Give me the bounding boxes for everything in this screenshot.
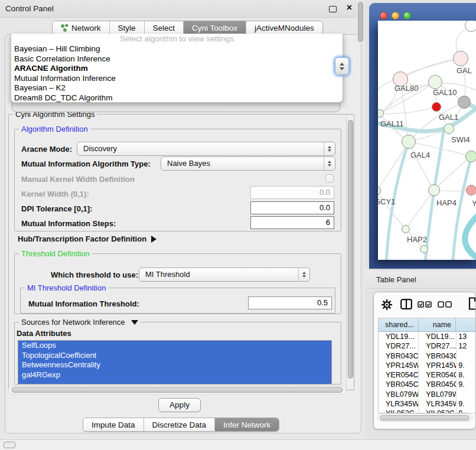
- attributes-scrollbar[interactable]: [357, 1, 364, 44]
- table-row[interactable]: YDL19...YDL19...13: [379, 332, 476, 341]
- network-node-gal[interactable]: [453, 51, 468, 66]
- network-node[interactable]: [420, 245, 428, 253]
- column-header-shared[interactable]: shared...: [379, 318, 419, 331]
- network-canvas[interactable]: GALGAL80GAL10GAL1GAL11SWI4GAL4GCY1HAP4YH…: [378, 21, 476, 260]
- network-node-gal10[interactable]: [428, 75, 442, 89]
- table-panel-header: Table Panel: [365, 270, 476, 289]
- settings-hscrollbar-thumb[interactable]: [11, 387, 343, 393]
- table-row[interactable]: YIL052CYIL052C0.: [379, 409, 476, 413]
- expand-right-icon: [151, 236, 157, 243]
- network-node-hap2[interactable]: [402, 225, 410, 233]
- network-node[interactable]: [458, 96, 471, 109]
- network-node-y[interactable]: [466, 185, 476, 195]
- mi-threshold-field[interactable]: 0.5: [248, 296, 332, 309]
- table-body: YDL19...YDL19...13YDR27...YDR27...12YBR0…: [379, 332, 476, 413]
- algorithm-item-bayesian-k2[interactable]: Bayesian – K2: [11, 83, 343, 93]
- table-panel-title: Table Panel: [376, 275, 416, 284]
- table-cell: 8.: [457, 370, 476, 380]
- table-row[interactable]: YBR043CYBR043C: [379, 351, 476, 361]
- hub-definition-expander[interactable]: Hub/Transcription Factor Definition: [18, 234, 157, 243]
- settings-vertical-scrollbar[interactable]: [346, 116, 354, 389]
- network-node-gal4[interactable]: [402, 135, 416, 149]
- combo-stepper-icon: [298, 268, 309, 281]
- algorithm-item-mutual-information-inference[interactable]: Mutual Information Inference: [11, 74, 343, 84]
- network-node[interactable]: [465, 21, 476, 32]
- tab-cyni-toolbox[interactable]: Cyni Toolbox: [184, 21, 246, 34]
- table-cell: YER054C: [379, 370, 419, 380]
- manual-kernel-width-checkbox[interactable]: [325, 174, 334, 182]
- split-pane-icon[interactable]: [400, 299, 412, 309]
- table-cell: YPR145W: [379, 361, 419, 370]
- bottom-tab-impute-data[interactable]: Impute Data: [83, 418, 144, 431]
- sources-collapse-header[interactable]: Sources for Network Inference: [19, 318, 141, 327]
- table-cell: YDR27...: [379, 341, 419, 351]
- mac-minimize-icon[interactable]: [392, 12, 399, 19]
- network-node-gal1[interactable]: [444, 123, 454, 134]
- attributes-scrollbar-thumb[interactable]: [358, 2, 363, 42]
- table-row[interactable]: YLR345WYLR345W9.: [379, 399, 476, 409]
- tab-style[interactable]: Style: [110, 21, 145, 34]
- attribute-item-topologicalcoefficient[interactable]: TopologicalCoefficient: [18, 351, 331, 361]
- kernel-width-field[interactable]: 0.0: [250, 186, 334, 199]
- algorithm-definition-title: Algorithm Definition: [19, 125, 90, 133]
- network-node[interactable]: [465, 151, 476, 162]
- tab-select[interactable]: Select: [145, 21, 184, 34]
- float-panel-icon[interactable]: [329, 6, 337, 12]
- checked-boxes-icon[interactable]: [418, 301, 432, 308]
- bottom-tab-infer-network[interactable]: Infer Network: [215, 418, 279, 431]
- tab-network[interactable]: Network: [53, 21, 110, 34]
- node-table[interactable]: shared...name YDL19...YDL19...13YDR27...…: [378, 318, 476, 413]
- table-hscrollbar-thumb[interactable]: [380, 415, 470, 420]
- which-threshold-value: MI Threshold: [145, 270, 190, 279]
- control-panel-bottom-tabbar: Impute DataDiscretize DataInfer Network: [83, 418, 279, 432]
- settings-horizontal-scrollbar[interactable]: [8, 385, 346, 394]
- table-row[interactable]: YPR145WYPR145W9.: [379, 361, 476, 370]
- algorithm-item-dream8-dc-tdc-algorithm[interactable]: Dream8 DC_TDC Algorithm: [11, 93, 343, 103]
- algorithm-item-bayesian-hill-climbing[interactable]: Bayesian – Hill Climbing: [11, 44, 343, 54]
- table-cell: YBR043C: [419, 351, 457, 361]
- close-icon[interactable]: ×: [347, 2, 352, 13]
- which-threshold-select[interactable]: MI Threshold: [139, 268, 310, 282]
- attribute-item-selfloops[interactable]: SelfLoops: [18, 341, 331, 351]
- gear-icon[interactable]: [381, 299, 393, 311]
- bottom-tab-discretize-data[interactable]: Discretize Data: [144, 418, 216, 431]
- mac-close-icon[interactable]: [380, 12, 387, 19]
- table-row[interactable]: YBL079WYBL079W: [379, 390, 476, 399]
- data-attributes-list[interactable]: SelfLoopsTopologicalCoefficientBetweenne…: [18, 340, 332, 384]
- mi-steps-field[interactable]: 6: [250, 216, 334, 229]
- algorithm-placeholder: Select algorithm to view settings: [11, 34, 343, 44]
- control-panel-titlebar: Control Panel ×: [0, 0, 365, 18]
- network-node-hap4[interactable]: [428, 184, 440, 196]
- tab-jactivemnodules[interactable]: jActiveMNodules: [246, 21, 322, 34]
- combobox-stepper-icon[interactable]: [335, 57, 349, 75]
- hub-definition-label: Hub/Transcription Factor Definition: [18, 234, 146, 243]
- table-row[interactable]: YDR27...YDR27...12: [379, 341, 476, 351]
- panel-toggle-button[interactable]: [4, 442, 15, 448]
- dpi-tolerance-field[interactable]: 0.0: [250, 201, 334, 214]
- kernel-width-label: Kernel Width (0,1):: [21, 190, 89, 198]
- table-row[interactable]: YBR045CYBR045C9.: [379, 380, 476, 389]
- column-header-2[interactable]: [456, 318, 476, 331]
- algorithm-item-basic-correlation-inference[interactable]: Basic Correlation Inference: [11, 54, 343, 64]
- data-attributes-label: Data Attributes: [17, 329, 71, 338]
- threshold-definition-title: Threshold Definition: [19, 249, 92, 258]
- table-row[interactable]: YER054CYER054C8.: [379, 370, 476, 380]
- table-horizontal-scrollbar[interactable]: [377, 413, 472, 422]
- table-header-row: shared...name: [379, 318, 476, 332]
- mi-algorithm-type-select[interactable]: Naive Bayes: [161, 156, 335, 171]
- mac-zoom-icon[interactable]: [403, 12, 411, 19]
- apply-button[interactable]: Apply: [158, 398, 201, 412]
- column-header-name[interactable]: name: [419, 318, 456, 331]
- algorithm-item-aracne-algorithm[interactable]: ARACNE Algorithm: [11, 64, 343, 74]
- file-icon[interactable]: [468, 297, 476, 310]
- aracne-mode-select[interactable]: Discovery: [77, 142, 335, 156]
- attribute-item-betweennesscentrality[interactable]: BetweennessCentrality: [18, 360, 331, 370]
- unchecked-boxes-icon[interactable]: [438, 301, 452, 308]
- network-node[interactable]: [432, 102, 441, 112]
- settings-scrollbar-thumb[interactable]: [348, 120, 353, 379]
- table-cell: 9.: [457, 380, 476, 389]
- node-label-gal11: GAL11: [380, 119, 404, 128]
- stepper-down-icon: [340, 67, 344, 70]
- mi-steps-label: Mutual Information Steps:: [21, 219, 116, 228]
- attribute-item-gal4rgexp[interactable]: gal4RGexp: [18, 370, 331, 380]
